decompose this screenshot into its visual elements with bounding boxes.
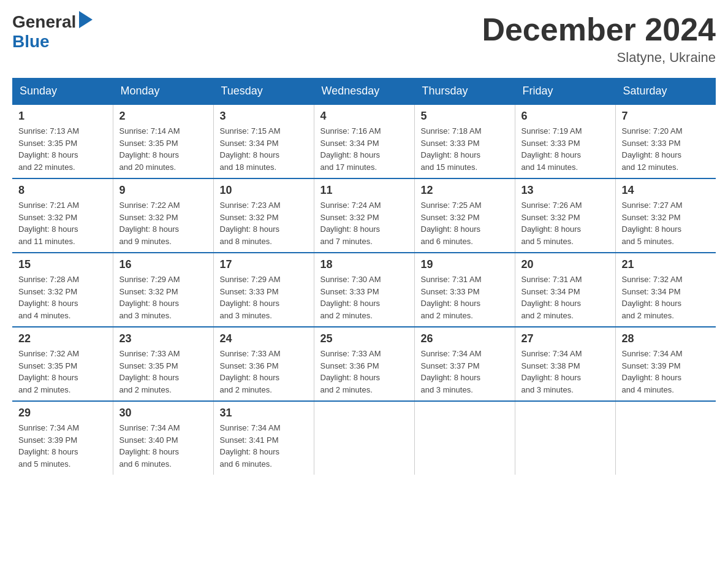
header-day-wednesday: Wednesday xyxy=(314,79,414,105)
calendar-cell: 26Sunrise: 7:34 AMSunset: 3:37 PMDayligh… xyxy=(414,327,515,401)
day-number: 10 xyxy=(220,184,308,197)
day-info: Sunrise: 7:14 AMSunset: 3:35 PMDaylight:… xyxy=(119,125,207,173)
day-number: 16 xyxy=(119,258,207,271)
day-info: Sunrise: 7:34 AMSunset: 3:41 PMDaylight:… xyxy=(220,422,308,470)
calendar-cell xyxy=(314,401,414,475)
calendar-cell: 25Sunrise: 7:33 AMSunset: 3:36 PMDayligh… xyxy=(314,327,414,401)
day-info: Sunrise: 7:34 AMSunset: 3:37 PMDaylight:… xyxy=(421,348,509,396)
calendar-cell: 7Sunrise: 7:20 AMSunset: 3:33 PMDaylight… xyxy=(615,104,716,178)
day-info: Sunrise: 7:15 AMSunset: 3:34 PMDaylight:… xyxy=(220,125,308,173)
header-day-thursday: Thursday xyxy=(414,79,515,105)
month-title: December 2024 xyxy=(482,12,716,47)
day-number: 18 xyxy=(320,258,408,271)
day-info: Sunrise: 7:30 AMSunset: 3:33 PMDaylight:… xyxy=(320,274,408,321)
day-info: Sunrise: 7:25 AMSunset: 3:32 PMDaylight:… xyxy=(421,199,509,247)
week-row-1: 1Sunrise: 7:13 AMSunset: 3:35 PMDaylight… xyxy=(12,104,716,178)
calendar-cell: 16Sunrise: 7:29 AMSunset: 3:32 PMDayligh… xyxy=(113,253,213,327)
day-info: Sunrise: 7:23 AMSunset: 3:32 PMDaylight:… xyxy=(220,199,308,247)
day-number: 3 xyxy=(220,110,308,123)
day-number: 21 xyxy=(622,258,710,271)
calendar-cell: 15Sunrise: 7:28 AMSunset: 3:32 PMDayligh… xyxy=(12,253,113,327)
calendar-cell: 22Sunrise: 7:32 AMSunset: 3:35 PMDayligh… xyxy=(12,327,113,401)
week-row-3: 15Sunrise: 7:28 AMSunset: 3:32 PMDayligh… xyxy=(12,253,716,327)
day-number: 29 xyxy=(18,407,107,419)
day-number: 28 xyxy=(622,332,710,345)
day-info: Sunrise: 7:27 AMSunset: 3:32 PMDaylight:… xyxy=(622,199,710,247)
day-number: 23 xyxy=(119,332,207,345)
calendar-cell: 14Sunrise: 7:27 AMSunset: 3:32 PMDayligh… xyxy=(615,178,716,253)
calendar-header: SundayMondayTuesdayWednesdayThursdayFrid… xyxy=(12,79,716,105)
calendar-cell: 10Sunrise: 7:23 AMSunset: 3:32 PMDayligh… xyxy=(213,178,314,253)
day-info: Sunrise: 7:34 AMSunset: 3:39 PMDaylight:… xyxy=(622,348,710,396)
calendar-cell: 17Sunrise: 7:29 AMSunset: 3:33 PMDayligh… xyxy=(213,253,314,327)
calendar-cell: 30Sunrise: 7:34 AMSunset: 3:40 PMDayligh… xyxy=(113,401,213,475)
calendar-cell: 20Sunrise: 7:31 AMSunset: 3:34 PMDayligh… xyxy=(515,253,615,327)
day-info: Sunrise: 7:20 AMSunset: 3:33 PMDaylight:… xyxy=(622,125,710,173)
calendar-cell: 11Sunrise: 7:24 AMSunset: 3:32 PMDayligh… xyxy=(314,178,414,253)
day-info: Sunrise: 7:34 AMSunset: 3:40 PMDaylight:… xyxy=(119,422,207,470)
logo-blue: Blue xyxy=(12,32,94,52)
calendar-cell: 23Sunrise: 7:33 AMSunset: 3:35 PMDayligh… xyxy=(113,327,213,401)
day-number: 17 xyxy=(220,258,308,271)
calendar-cell xyxy=(414,401,515,475)
calendar-cell xyxy=(615,401,716,475)
calendar-cell: 5Sunrise: 7:18 AMSunset: 3:33 PMDaylight… xyxy=(414,104,515,178)
day-info: Sunrise: 7:24 AMSunset: 3:32 PMDaylight:… xyxy=(320,199,408,247)
day-number: 2 xyxy=(119,110,207,123)
day-info: Sunrise: 7:19 AMSunset: 3:33 PMDaylight:… xyxy=(521,125,609,173)
day-number: 15 xyxy=(18,258,107,271)
calendar-cell: 18Sunrise: 7:30 AMSunset: 3:33 PMDayligh… xyxy=(314,253,414,327)
logo: General Blue xyxy=(12,12,94,52)
day-number: 5 xyxy=(421,110,509,123)
header-day-saturday: Saturday xyxy=(615,79,716,105)
day-number: 14 xyxy=(622,184,710,197)
calendar-cell: 28Sunrise: 7:34 AMSunset: 3:39 PMDayligh… xyxy=(615,327,716,401)
calendar-cell: 27Sunrise: 7:34 AMSunset: 3:38 PMDayligh… xyxy=(515,327,615,401)
day-number: 8 xyxy=(18,184,107,197)
day-number: 20 xyxy=(521,258,609,271)
header-row: SundayMondayTuesdayWednesdayThursdayFrid… xyxy=(12,79,716,105)
header-day-friday: Friday xyxy=(515,79,615,105)
day-info: Sunrise: 7:32 AMSunset: 3:34 PMDaylight:… xyxy=(622,274,710,321)
calendar-cell: 4Sunrise: 7:16 AMSunset: 3:34 PMDaylight… xyxy=(314,104,414,178)
day-number: 31 xyxy=(220,407,308,419)
day-info: Sunrise: 7:31 AMSunset: 3:34 PMDaylight:… xyxy=(521,274,609,321)
location-title: Slatyne, Ukraine xyxy=(482,50,716,66)
day-number: 27 xyxy=(521,332,609,345)
header-day-monday: Monday xyxy=(113,79,213,105)
day-number: 22 xyxy=(18,332,107,345)
day-info: Sunrise: 7:18 AMSunset: 3:33 PMDaylight:… xyxy=(421,125,509,173)
day-info: Sunrise: 7:22 AMSunset: 3:32 PMDaylight:… xyxy=(119,199,207,247)
calendar-cell: 6Sunrise: 7:19 AMSunset: 3:33 PMDaylight… xyxy=(515,104,615,178)
day-info: Sunrise: 7:21 AMSunset: 3:32 PMDaylight:… xyxy=(18,199,107,247)
calendar-table: SundayMondayTuesdayWednesdayThursdayFrid… xyxy=(12,78,716,475)
calendar-cell: 12Sunrise: 7:25 AMSunset: 3:32 PMDayligh… xyxy=(414,178,515,253)
calendar-cell: 31Sunrise: 7:34 AMSunset: 3:41 PMDayligh… xyxy=(213,401,314,475)
day-number: 1 xyxy=(18,110,107,123)
calendar-cell: 21Sunrise: 7:32 AMSunset: 3:34 PMDayligh… xyxy=(615,253,716,327)
day-info: Sunrise: 7:32 AMSunset: 3:35 PMDaylight:… xyxy=(18,348,107,396)
day-number: 30 xyxy=(119,407,207,419)
day-info: Sunrise: 7:28 AMSunset: 3:32 PMDaylight:… xyxy=(18,274,107,321)
day-number: 12 xyxy=(421,184,509,197)
calendar-cell: 3Sunrise: 7:15 AMSunset: 3:34 PMDaylight… xyxy=(213,104,314,178)
calendar-cell: 13Sunrise: 7:26 AMSunset: 3:32 PMDayligh… xyxy=(515,178,615,253)
week-row-2: 8Sunrise: 7:21 AMSunset: 3:32 PMDaylight… xyxy=(12,178,716,253)
calendar-cell: 9Sunrise: 7:22 AMSunset: 3:32 PMDaylight… xyxy=(113,178,213,253)
day-info: Sunrise: 7:29 AMSunset: 3:33 PMDaylight:… xyxy=(220,274,308,321)
week-row-5: 29Sunrise: 7:34 AMSunset: 3:39 PMDayligh… xyxy=(12,401,716,475)
day-number: 9 xyxy=(119,184,207,197)
logo-triangle-icon xyxy=(79,11,93,28)
logo-general: General xyxy=(12,12,76,32)
day-number: 6 xyxy=(521,110,609,123)
day-info: Sunrise: 7:13 AMSunset: 3:35 PMDaylight:… xyxy=(18,125,107,173)
calendar-cell: 19Sunrise: 7:31 AMSunset: 3:33 PMDayligh… xyxy=(414,253,515,327)
day-info: Sunrise: 7:34 AMSunset: 3:39 PMDaylight:… xyxy=(18,422,107,470)
calendar-cell xyxy=(515,401,615,475)
day-number: 24 xyxy=(220,332,308,345)
day-number: 4 xyxy=(320,110,408,123)
header-day-sunday: Sunday xyxy=(12,79,113,105)
day-info: Sunrise: 7:33 AMSunset: 3:36 PMDaylight:… xyxy=(220,348,308,396)
day-info: Sunrise: 7:33 AMSunset: 3:35 PMDaylight:… xyxy=(119,348,207,396)
calendar-cell: 24Sunrise: 7:33 AMSunset: 3:36 PMDayligh… xyxy=(213,327,314,401)
